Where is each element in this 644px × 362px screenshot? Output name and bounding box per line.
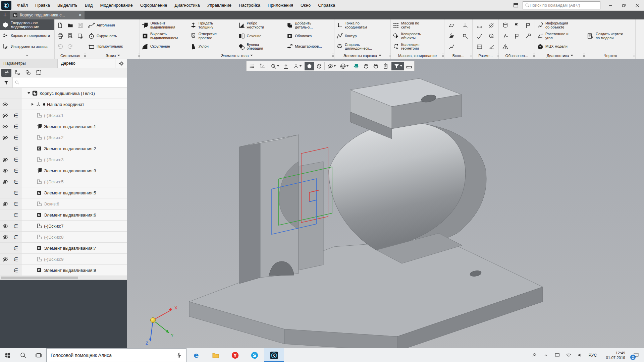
tab-close-icon[interactable]: ✕ — [78, 13, 82, 17]
ribbon-item-rectangle-sketch[interactable]: Прямоугольник — [87, 41, 139, 52]
element-of-icon[interactable]: ∈ — [11, 201, 21, 207]
maximize-button[interactable] — [617, 0, 631, 10]
ribbon-item-rib[interactable]: Реброжесткости — [237, 20, 285, 31]
group-grip-icon[interactable] — [84, 54, 85, 54]
chevron-down-icon[interactable] — [300, 65, 302, 67]
tree-tool-marquee-select[interactable] — [34, 69, 44, 77]
viewport-tool-hide-objects[interactable] — [325, 62, 338, 70]
ribbon-item-offset-plane[interactable] — [445, 31, 459, 42]
ribbon-item-leader[interactable] — [523, 31, 534, 42]
tree-row-extrude-6[interactable]: ∈Элемент выдавливания:6 — [0, 209, 127, 221]
menu-help[interactable]: Справка — [314, 0, 339, 10]
ribbon-item-dim-angle[interactable] — [486, 41, 498, 52]
ribbon-item-undo[interactable] — [55, 41, 65, 52]
viewport-tool-zoom-area[interactable] — [268, 62, 281, 70]
chevron-down-icon[interactable] — [334, 65, 336, 67]
ribbon-item-circle-sketch[interactable]: Окружность — [87, 31, 139, 42]
menu-view[interactable]: Вид — [81, 0, 97, 10]
viewport-tool-grid-handle[interactable] — [247, 62, 257, 70]
element-of-icon[interactable]: ∈ — [11, 123, 21, 130]
element-of-icon[interactable]: ∈ — [11, 190, 21, 196]
new-tab-button[interactable]: + — [0, 11, 10, 19]
viewport-tool-section-display[interactable] — [352, 62, 361, 70]
group-grip-icon[interactable] — [634, 54, 634, 54]
ribbon-group-label-diagnostics[interactable]: Диагностика — [535, 52, 585, 59]
menu-diagnostics[interactable]: Диагностика — [171, 0, 203, 10]
ribbon-item-marker-flag[interactable] — [511, 31, 522, 42]
tray-volume-icon[interactable] — [574, 348, 586, 362]
chevron-down-icon[interactable] — [379, 55, 381, 56]
tree-row-extrude-7[interactable]: ∈Элемент выдавливания:7 — [0, 243, 127, 254]
element-of-icon[interactable]: ∈ — [11, 179, 21, 185]
group-grip-icon[interactable] — [442, 54, 443, 54]
menu-applications[interactable]: Приложения — [264, 0, 297, 10]
ribbon-group-label-auxiliary[interactable]: Вспо... — [444, 52, 472, 59]
ribbon-group-label-body-elements[interactable]: Элементы тела — [140, 52, 334, 59]
element-of-icon[interactable]: ∈ — [11, 245, 21, 251]
tray-hidden-icons-icon[interactable] — [540, 348, 551, 362]
taskbar-app-kompas[interactable] — [264, 348, 284, 362]
element-of-icon[interactable]: ∈ — [11, 134, 21, 141]
viewport-tool-wireframe-view[interactable] — [314, 62, 324, 70]
ribbon-item-dim-diameter[interactable] — [486, 20, 498, 31]
ribbon-item-control-point[interactable] — [459, 31, 472, 42]
element-of-icon[interactable]: ∈ — [11, 145, 21, 152]
group-grip-icon[interactable] — [533, 54, 534, 54]
viewport-tool-clip-sphere[interactable] — [371, 62, 381, 70]
group-grip-icon[interactable] — [471, 54, 471, 54]
window-preview-icon[interactable] — [511, 1, 521, 9]
taskbar-start-button[interactable] — [0, 348, 15, 362]
ribbon-item-grid-array[interactable]: Массив посетке — [391, 20, 443, 31]
close-button[interactable] — [631, 0, 644, 10]
chevron-down-icon[interactable] — [400, 65, 402, 67]
chevron-down-icon[interactable] — [346, 65, 348, 67]
microphone-icon[interactable] — [176, 352, 182, 358]
taskbar-app-yandex[interactable]: Y — [225, 348, 245, 362]
element-of-icon[interactable]: ∈ — [11, 256, 21, 262]
ribbon-item-extrude-cut[interactable]: Вырезатьвыдавливанием — [141, 31, 189, 42]
tree-row-extrude-5[interactable]: ∈Элемент выдавливания:5 — [0, 187, 127, 198]
menu-layout[interactable]: Оформление — [137, 0, 171, 10]
ribbon-item-object-info[interactable]: Информацияоб объекте — [536, 20, 584, 31]
ribbon-item-geometry-collection[interactable]: Коллекциягеометрии — [391, 41, 443, 52]
tree-tool-relations-view[interactable] — [12, 69, 22, 77]
ribbon-item-simple-hole[interactable]: Отверстиепростое — [189, 31, 237, 42]
ribbon-item-warning-triangle[interactable] — [499, 41, 511, 52]
chevron-down-icon[interactable] — [250, 55, 253, 56]
menu-edit[interactable]: Правка — [32, 0, 54, 10]
ribbon-item-boolean-op[interactable]: Булеваоперация — [237, 41, 285, 52]
tray-people-icon[interactable] — [529, 348, 540, 362]
ribbon-item-thicken[interactable]: Придатьтолщину — [189, 20, 237, 31]
tab-tree[interactable]: Дерево — [58, 59, 115, 68]
element-of-icon[interactable]: ∈ — [11, 168, 21, 174]
visibility-on-icon[interactable] — [0, 123, 11, 130]
viewport-tool-clip-box[interactable] — [361, 62, 371, 70]
visibility-off-icon[interactable] — [0, 201, 11, 207]
ribbon-item-dim-check[interactable] — [473, 31, 486, 42]
clock[interactable]: 12:49 01.07.2019 — [600, 348, 628, 362]
tree-row-origin[interactable]: Начало координат — [0, 99, 127, 110]
ribbon-item-shell[interactable]: Оболочка — [285, 31, 333, 42]
ribbon-item-copy-objects[interactable]: Копироватьобъекты — [391, 31, 443, 42]
menu-select[interactable]: Выделить — [54, 0, 81, 10]
ribbon-item-redo[interactable] — [65, 41, 75, 52]
ribbon-item-section-body[interactable]: Сечение — [237, 31, 285, 42]
tree-row-sketch-1[interactable]: ∈(-)Эскиз:1 — [0, 110, 127, 121]
visibility-on-icon[interactable] — [0, 168, 11, 174]
tray-network-icon[interactable] — [563, 348, 574, 362]
ribbon-item-mass-properties[interactable]: МЦХ модели — [536, 41, 584, 52]
tree-tool-structure-view[interactable] — [1, 69, 11, 77]
ribbon-group-label-sketch[interactable]: Эскиз — [86, 52, 140, 59]
tree-row-extrude-9[interactable]: ∈Элемент выдавливания:9 — [0, 265, 127, 276]
visibility-off-icon[interactable] — [0, 134, 11, 141]
menu-window[interactable]: Окно — [297, 0, 314, 10]
ribbon-item-distance-angle[interactable]: Расстояние иугол — [536, 31, 584, 42]
ribbon-item-scale-part[interactable]: Масштабиров... — [285, 41, 333, 52]
minimize-button[interactable] — [604, 0, 617, 10]
group-grip-icon[interactable] — [583, 54, 584, 54]
filter-funnel-icon[interactable] — [0, 77, 13, 87]
element-of-icon[interactable]: ∈ — [11, 267, 21, 274]
tree-row-sketch-2[interactable]: ∈(-)Эскиз:2 — [0, 132, 127, 143]
visibility-on-icon[interactable] — [0, 101, 11, 108]
ribbon-item-fillet[interactable]: Скругление — [141, 41, 189, 52]
